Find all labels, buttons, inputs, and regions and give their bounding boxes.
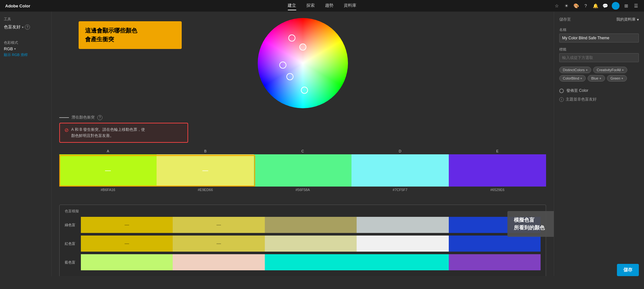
tag-label-0: DistinctColors +	[563, 68, 588, 72]
sim-swatch-green-3[interactable]	[357, 217, 448, 233]
sun-icon[interactable]: ☀	[563, 3, 569, 9]
swatch-hex-c: #56F58A	[295, 188, 310, 192]
sim-label-green: 綠色盲	[65, 223, 81, 227]
note-label: 主題並非色盲友好	[566, 97, 597, 102]
tags-container: DistinctColors + CreativityForAll + Colo…	[559, 67, 639, 82]
color-wheel[interactable]	[258, 18, 348, 108]
save-to-row: 儲存至 我的資料庫 ▾	[559, 17, 639, 22]
sim-swatch-blue-2[interactable]	[265, 254, 357, 270]
swatch-hex-d: #7CF5F7	[393, 188, 408, 192]
sim-swatch-green-2[interactable]	[265, 217, 357, 233]
right-sidebar: 儲存至 我的資料庫 ▾ 名稱 標籤 DistinctColors + Creat…	[554, 12, 644, 276]
chevron-down-icon: ▾	[22, 25, 24, 29]
sim-swatch-blue-1[interactable]	[173, 254, 264, 270]
sim-swatch-red-1[interactable]: —	[173, 236, 264, 252]
conflict-message: A 和 B 發生衝突。請在色輪上移動色票，使顏色鮮明且對色盲友善。	[71, 127, 145, 139]
conflict-help-icon[interactable]: ?	[97, 115, 102, 120]
nav-explore[interactable]: 探索	[306, 1, 315, 10]
top-nav: Adobe Color 建立 探索 趨勢 資料庫 ☆ ☀ 🎨 ? 🔔 💬 ⊞ ☰	[0, 0, 644, 12]
conflict-box-inner: ⊘ A 和 B 發生衝突。請在色輪上移動色票，使顏色鮮明且對色盲友善。	[64, 127, 183, 139]
color-wheel-container	[258, 18, 348, 108]
tag-colorblind[interactable]: ColorBlind +	[559, 75, 586, 82]
sim-row-blue: 藍色盲	[65, 254, 541, 270]
swatch-label-a: A	[107, 149, 109, 153]
tool-selector[interactable]: 色盲友好 ▾ ?	[4, 24, 47, 30]
tags-input[interactable]	[559, 53, 639, 62]
help-circle-icon[interactable]: ?	[25, 24, 30, 30]
sim-swatch-blue-0[interactable]	[81, 254, 173, 270]
error-circle-icon: ⊘	[64, 127, 69, 133]
top-nav-icons: ☆ ☀ 🎨 ? 🔔 💬 ⊞ ☰	[554, 2, 639, 10]
sim-swatch-green-4[interactable]	[449, 217, 541, 233]
wheel-node-b[interactable]	[299, 43, 306, 51]
nav-create[interactable]: 建立	[288, 1, 296, 10]
notification-icon[interactable]: 🔔	[592, 3, 598, 9]
color-model-select[interactable]: RGB ▾	[4, 46, 47, 51]
color-model-section: 色彩模式 RGB ▾ 顯示 RGB 滑桿	[4, 40, 47, 57]
menu-icon[interactable]: ☰	[633, 3, 639, 9]
conflict-tooltip-text: 這邊會顯示哪些顏色會產生衝突	[85, 27, 137, 43]
name-label: 名稱	[559, 27, 639, 32]
swatch-block-e[interactable]	[449, 154, 546, 187]
app-title: Adobe Color	[5, 4, 30, 8]
sim-minus-green-0: —	[125, 222, 129, 227]
wheel-node-c[interactable]	[279, 62, 286, 69]
swatch-col-b: B — #E9ED66	[157, 149, 254, 192]
tag-distinct-colors[interactable]: DistinctColors +	[559, 67, 591, 73]
color-model-label: 色彩模式	[4, 40, 47, 45]
swatch-hex-e: #6529E6	[490, 188, 505, 192]
save-location-selector[interactable]: 我的資料庫 ▾	[616, 17, 639, 22]
star-icon[interactable]: ☆	[554, 3, 560, 9]
show-rgb-link[interactable]: 顯示 RGB 滑桿	[4, 53, 47, 57]
swatch-col-a: A — #B6FA16	[59, 149, 157, 192]
tag-green[interactable]: Green +	[607, 75, 627, 82]
sim-swatch-red-4[interactable]	[449, 236, 541, 252]
swatch-block-a[interactable]: —	[59, 154, 157, 187]
wheel-node-e[interactable]	[301, 87, 308, 94]
left-sidebar: 工具 色盲友好 ▾ ? 色彩模式 RGB ▾ 顯示 RGB 滑桿	[0, 12, 52, 276]
sim-header: 色盲模擬	[65, 209, 541, 214]
sim-swatches-green: — —	[81, 217, 541, 233]
sim-swatch-green-0[interactable]: —	[81, 217, 173, 233]
nav-trends[interactable]: 趨勢	[325, 1, 333, 10]
chevron-down-small-icon: ▾	[14, 47, 16, 51]
sim-swatch-blue-3[interactable]	[357, 254, 448, 270]
tag-creativity[interactable]: CreativityForAll +	[593, 67, 627, 73]
chat-icon[interactable]: 💬	[602, 3, 608, 9]
help-icon[interactable]: ?	[583, 3, 589, 9]
avatar-icon[interactable]	[612, 2, 620, 10]
name-input[interactable]	[559, 34, 639, 43]
wheel-node-a[interactable]	[288, 34, 295, 42]
apps-icon[interactable]: ⊞	[623, 3, 629, 9]
main-nav: 建立 探索 趨勢 資料庫	[288, 1, 356, 10]
main-layout: 工具 色盲友好 ▾ ? 色彩模式 RGB ▾ 顯示 RGB 滑桿 這邊會顯示哪些…	[0, 12, 644, 276]
tag-blue[interactable]: Blue +	[588, 75, 605, 82]
wheel-node-d[interactable]	[286, 73, 293, 80]
sim-swatch-red-3[interactable]	[357, 236, 448, 252]
swatch-block-b[interactable]: —	[157, 154, 254, 187]
nav-library[interactable]: 資料庫	[344, 1, 356, 10]
swatch-block-d[interactable]	[351, 154, 449, 187]
swatch-minus-a[interactable]: —	[105, 167, 111, 174]
conflict-box: ⊘ A 和 B 發生衝突。請在色輪上移動色票，使顏色鮮明且對色盲友善。	[59, 123, 188, 143]
sim-swatch-red-2[interactable]	[265, 236, 357, 252]
save-button[interactable]: 儲存	[617, 264, 639, 276]
sim-swatch-green-1[interactable]: —	[173, 217, 264, 233]
swatch-block-c[interactable]	[254, 154, 351, 187]
sim-minus-green-1: —	[216, 222, 221, 227]
name-field-row: 名稱	[559, 27, 639, 43]
swatch-hex-b: #E9ED66	[198, 188, 213, 192]
publish-radio-row: 發佈至 Color	[559, 88, 639, 93]
sim-row-green: 綠色盲 — —	[65, 217, 541, 233]
swatch-minus-b[interactable]: —	[202, 167, 208, 174]
save-to-label: 儲存至	[559, 17, 571, 22]
tools-label: 工具	[4, 17, 47, 22]
swatches-grid: A — #B6FA16 B — #E9ED66 C	[59, 149, 546, 192]
swatch-col-c: C #56F58A	[254, 149, 351, 192]
swatch-label-b: B	[204, 149, 207, 153]
sim-swatch-red-0[interactable]: —	[81, 236, 173, 252]
publish-radio[interactable]	[559, 89, 564, 93]
not-colorblind-friendly-row: i 主題並非色盲友好	[559, 97, 639, 102]
sim-swatch-blue-4[interactable]	[449, 254, 541, 270]
color-wheel-icon[interactable]: 🎨	[573, 3, 579, 9]
